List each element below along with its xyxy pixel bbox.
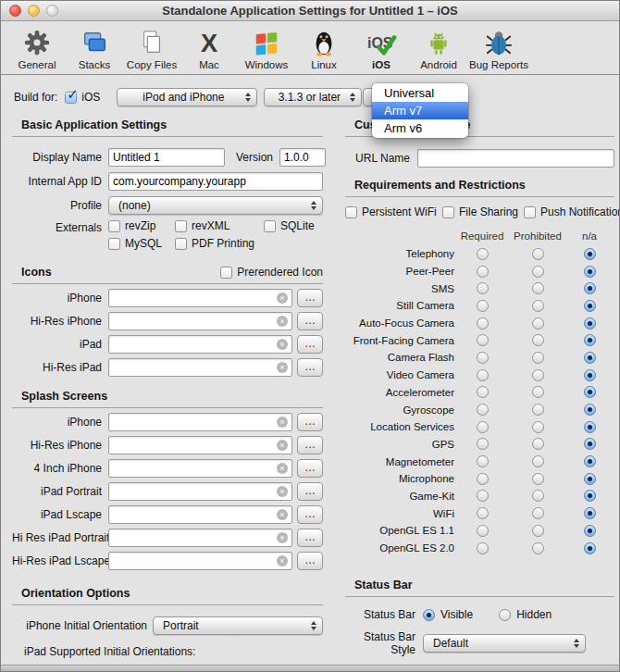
persistent-wifi-checkbox[interactable]	[345, 206, 357, 218]
clear-field-icon[interactable]: ×	[277, 532, 288, 543]
required-radio[interactable]	[477, 473, 489, 485]
prohibited-radio[interactable]	[532, 455, 544, 467]
na-radio[interactable]	[584, 352, 596, 364]
splash-hires-iphone-field[interactable]: ×	[108, 436, 292, 454]
display-name-input[interactable]	[108, 148, 225, 167]
required-radio[interactable]	[477, 404, 489, 416]
mysql-checkbox[interactable]	[108, 238, 120, 250]
device-popup[interactable]: iPod and iPhone	[117, 88, 257, 106]
iphone-orientation-popup[interactable]: Portrait	[153, 616, 323, 635]
prohibited-radio[interactable]	[532, 282, 544, 294]
url-name-input[interactable]	[417, 149, 614, 168]
browse-button[interactable]: …	[297, 436, 323, 454]
hires-ipad-icon-field[interactable]: ×	[108, 358, 292, 377]
toolbar-item-mac[interactable]: X Mac	[180, 27, 238, 70]
close-button[interactable]	[9, 5, 21, 17]
hidden-radio[interactable]	[499, 609, 511, 621]
na-radio[interactable]	[584, 542, 596, 554]
clear-field-icon[interactable]: ×	[277, 555, 288, 566]
revzip-checkbox[interactable]	[108, 220, 120, 232]
browse-button[interactable]: …	[297, 312, 323, 330]
na-radio[interactable]	[584, 421, 596, 433]
prohibited-radio[interactable]	[532, 404, 544, 416]
prohibited-radio[interactable]	[532, 525, 544, 537]
menu-item-arm-v7[interactable]: Arm v7	[372, 102, 468, 119]
clear-field-icon[interactable]: ×	[277, 292, 288, 304]
toolbar-item-linux[interactable]: Linux	[295, 27, 353, 70]
status-bar-style-popup[interactable]: Default	[423, 634, 586, 653]
menu-item-arm-v6[interactable]: Arm v6	[372, 119, 468, 137]
na-radio[interactable]	[584, 438, 596, 450]
required-radio[interactable]	[477, 334, 489, 346]
browse-button[interactable]: …	[297, 552, 323, 570]
iphone-icon-field[interactable]: ×	[108, 289, 292, 307]
na-radio[interactable]	[584, 369, 596, 381]
prohibited-radio[interactable]	[532, 473, 544, 485]
zoom-button[interactable]	[46, 5, 58, 17]
required-radio[interactable]	[477, 300, 489, 312]
prerendered-icon-checkbox[interactable]	[220, 267, 232, 279]
clear-field-icon[interactable]: ×	[277, 486, 288, 497]
na-radio[interactable]	[584, 386, 596, 398]
prohibited-radio[interactable]	[532, 317, 544, 330]
version-input[interactable]	[279, 148, 326, 167]
na-radio[interactable]	[584, 334, 596, 346]
prohibited-radio[interactable]	[532, 300, 544, 312]
clear-field-icon[interactable]: ×	[277, 440, 288, 451]
app-id-input[interactable]	[108, 172, 323, 191]
clear-field-icon[interactable]: ×	[277, 362, 288, 373]
clear-field-icon[interactable]: ×	[277, 417, 288, 428]
toolbar-item-ios[interactable]: iOS iOS	[353, 27, 410, 70]
prohibited-radio[interactable]	[532, 369, 544, 381]
prohibited-radio[interactable]	[532, 490, 544, 502]
prohibited-radio[interactable]	[532, 421, 544, 433]
visible-radio[interactable]	[423, 609, 435, 621]
prohibited-radio[interactable]	[532, 507, 544, 519]
na-radio[interactable]	[584, 300, 596, 312]
menu-item-universal[interactable]: Universal	[372, 84, 468, 102]
prohibited-radio[interactable]	[532, 386, 544, 398]
required-radio[interactable]	[477, 317, 489, 330]
sqlite-checkbox[interactable]	[264, 220, 276, 232]
required-radio[interactable]	[477, 421, 489, 433]
na-radio[interactable]	[584, 473, 596, 485]
toolbar-item-windows[interactable]: Windows	[238, 27, 295, 70]
browse-button[interactable]: …	[297, 459, 323, 478]
prohibited-radio[interactable]	[532, 334, 544, 346]
na-radio[interactable]	[584, 525, 596, 537]
required-radio[interactable]	[477, 248, 489, 260]
required-radio[interactable]	[477, 369, 489, 381]
required-radio[interactable]	[477, 386, 489, 398]
prohibited-radio[interactable]	[532, 266, 544, 278]
profile-popup[interactable]: (none)	[108, 196, 323, 215]
browse-button[interactable]: …	[297, 335, 323, 354]
toolbar-item-android[interactable]: Android	[410, 27, 467, 70]
splash-iphone-field[interactable]: ×	[108, 413, 292, 431]
clear-field-icon[interactable]: ×	[277, 509, 288, 520]
clear-field-icon[interactable]: ×	[277, 316, 288, 327]
prohibited-radio[interactable]	[532, 438, 544, 450]
na-radio[interactable]	[584, 404, 596, 416]
splash-4inch-iphone-field[interactable]: ×	[108, 459, 292, 478]
prohibited-radio[interactable]	[532, 542, 544, 554]
ipad-icon-field[interactable]: ×	[108, 335, 292, 354]
prohibited-radio[interactable]	[532, 352, 544, 364]
browse-button[interactable]: …	[297, 358, 323, 377]
push-notifications-checkbox[interactable]	[524, 206, 536, 218]
file-sharing-checkbox[interactable]	[442, 206, 454, 218]
required-radio[interactable]	[477, 438, 489, 450]
ios-platform-checkbox[interactable]: ✓	[65, 92, 77, 104]
browse-button[interactable]: …	[297, 289, 323, 307]
na-radio[interactable]	[584, 317, 596, 330]
splash-hires-ipad-portrait-field[interactable]: ×	[108, 529, 292, 547]
minimize-button[interactable]	[28, 5, 40, 17]
browse-button[interactable]: …	[297, 482, 323, 501]
required-radio[interactable]	[477, 455, 489, 467]
required-radio[interactable]	[477, 266, 489, 278]
revxml-checkbox[interactable]	[175, 220, 187, 232]
na-radio[interactable]	[584, 455, 596, 467]
browse-button[interactable]: …	[297, 529, 323, 547]
required-radio[interactable]	[477, 282, 489, 294]
splash-hires-ipad-lscape-field[interactable]: ×	[108, 552, 292, 570]
hires-iphone-icon-field[interactable]: ×	[108, 312, 292, 330]
